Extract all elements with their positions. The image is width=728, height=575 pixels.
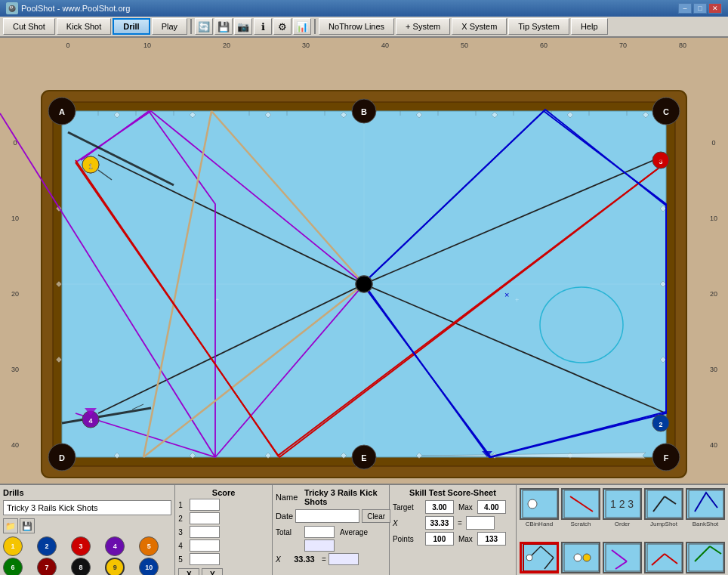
points-label: Points xyxy=(393,535,423,543)
nothrow-button[interactable]: NoThrow Lines xyxy=(319,18,394,35)
thumb-cbinhand[interactable]: CBinHand xyxy=(520,488,559,539)
titlebar-title: PoolShot - www.PoolShot.org xyxy=(21,4,130,13)
svg-rect-126 xyxy=(647,544,682,571)
score-input-4[interactable] xyxy=(190,539,220,552)
svg-rect-111 xyxy=(647,490,682,518)
table-svg: 0 10 20 30 40 50 60 70 80 0 10 20 30 40 … xyxy=(0,38,728,484)
svg-text:70: 70 xyxy=(619,42,627,49)
svg-text:2: 2 xyxy=(659,421,662,428)
ball-5[interactable]: 5 xyxy=(139,536,159,556)
ball-4[interactable]: 4 xyxy=(105,536,125,556)
thumb-kiss[interactable]: Kiss xyxy=(603,542,642,575)
save-drill-icon[interactable]: 💾 xyxy=(20,518,35,533)
close-button[interactable]: ✕ xyxy=(708,3,722,14)
refresh-icon[interactable]: 🔄 xyxy=(195,18,213,35)
total-input[interactable] xyxy=(304,526,335,538)
x-value: 33.33 xyxy=(289,555,319,564)
camera-icon[interactable]: 📷 xyxy=(234,18,252,35)
minimize-button[interactable]: – xyxy=(678,3,692,14)
score-num-5: 5 xyxy=(178,555,187,564)
thumb-cbinhand-label: CBinHand xyxy=(526,521,553,527)
svg-text:20: 20 xyxy=(710,290,717,298)
thumb-bankshot-box[interactable] xyxy=(686,488,725,520)
date-row: Date Clear xyxy=(276,509,386,523)
thumb-kickshot[interactable]: KickShot xyxy=(520,542,559,575)
thumb-order[interactable]: 1 2 3 Order xyxy=(603,488,642,539)
svg-text:0: 0 xyxy=(66,42,69,49)
help-button[interactable]: Help xyxy=(571,18,608,35)
points-max-value: 133 xyxy=(477,532,506,546)
thumb-combo-box[interactable] xyxy=(561,542,600,573)
max-label: Max xyxy=(458,503,473,512)
thumb-bankshot[interactable]: BankShot xyxy=(686,488,725,539)
svg-text:0: 0 xyxy=(711,139,715,147)
thumb-scratch[interactable]: Scratch xyxy=(561,488,600,539)
points-value: 100 xyxy=(425,532,454,546)
ball-7[interactable]: 7 xyxy=(37,558,57,575)
thumb-hitrail-box[interactable] xyxy=(686,542,725,573)
thumb-cbinhand-box[interactable] xyxy=(520,488,559,520)
skill-test-title: Skill Test Score-Sheet xyxy=(393,488,513,497)
ball-10[interactable]: 10 xyxy=(139,558,159,575)
thumb-kiss-box[interactable] xyxy=(603,542,642,573)
toolbar: Cut Shot Kick Shot Drill Play 🔄 💾 📷 ℹ ⚙ … xyxy=(0,17,728,38)
thumb-carom-box[interactable] xyxy=(644,542,683,573)
ball-3[interactable]: 3 xyxy=(71,536,91,556)
target-value: 3.00 xyxy=(425,500,454,514)
score-input-3[interactable] xyxy=(190,526,220,538)
play-button[interactable]: Play xyxy=(152,18,187,35)
date-input[interactable] xyxy=(295,509,359,523)
svg-text:A: A xyxy=(59,107,65,116)
name-panel: Name Tricky 3 Rails Kick Shots Date Clea… xyxy=(273,485,390,575)
score-num-1: 1 xyxy=(178,501,187,509)
thumb-combo[interactable]: Combo xyxy=(561,542,600,575)
score-row-3: 3 xyxy=(178,526,269,538)
drill-button[interactable]: Drill xyxy=(113,18,150,35)
svg-text:30: 30 xyxy=(302,42,310,49)
ball-8[interactable]: 8 xyxy=(71,558,91,575)
svg-text:1 2 3: 1 2 3 xyxy=(610,498,634,510)
max-value: 4.00 xyxy=(477,500,506,514)
score-input-1[interactable] xyxy=(190,499,220,511)
titlebar-controls[interactable]: – □ ✕ xyxy=(678,3,722,14)
svg-rect-3 xyxy=(683,51,728,475)
ball-1[interactable]: 1 xyxy=(3,536,23,556)
thumb-bankshot-label: BankShot xyxy=(693,521,719,527)
average-input[interactable] xyxy=(304,539,335,552)
svg-text:40: 40 xyxy=(710,441,717,449)
drills-icons: 📁 💾 xyxy=(3,518,171,533)
settings-icon[interactable]: ⚙ xyxy=(273,18,292,35)
thumb-kickshot-box[interactable] xyxy=(520,542,559,573)
score-input-2[interactable] xyxy=(190,512,220,524)
cut-shot-button[interactable]: Cut Shot xyxy=(3,18,55,35)
ball-6[interactable]: 6 xyxy=(3,558,23,575)
x-button[interactable]: X xyxy=(178,568,199,575)
thumb-hitrail[interactable]: HitRail xyxy=(686,542,725,575)
tip-system-button[interactable]: Tip System xyxy=(508,18,569,35)
svg-text:20: 20 xyxy=(223,42,230,49)
svg-text:10: 10 xyxy=(11,215,19,222)
thumb-carom[interactable]: Carom xyxy=(644,542,683,575)
average-label: Average xyxy=(340,528,368,536)
chart-icon[interactable]: 📊 xyxy=(293,18,311,35)
thumb-jumpshot-box[interactable] xyxy=(644,488,683,520)
info-icon[interactable]: ℹ xyxy=(254,18,272,35)
thumb-jumpshot[interactable]: JumpShot xyxy=(644,488,683,539)
y-button[interactable]: Y xyxy=(202,568,223,575)
ball-2[interactable]: 2 xyxy=(37,536,57,556)
svg-rect-123 xyxy=(606,544,640,571)
clear-button[interactable]: Clear xyxy=(362,509,390,523)
ball-9[interactable]: 9 xyxy=(105,558,125,575)
thumb-order-box[interactable]: 1 2 3 xyxy=(603,488,642,520)
eq-input[interactable] xyxy=(329,553,359,565)
plus-system-button[interactable]: + System xyxy=(396,18,450,35)
score-input-5[interactable] xyxy=(190,553,220,565)
kick-shot-button[interactable]: Kick Shot xyxy=(57,18,111,35)
x-system-button[interactable]: X System xyxy=(452,18,507,35)
maximize-button[interactable]: □ xyxy=(693,3,707,14)
skill-panel: Skill Test Score-Sheet Target 3.00 Max 4… xyxy=(390,485,517,575)
thumb-scratch-box[interactable] xyxy=(561,488,600,520)
folder-icon[interactable]: 📁 xyxy=(3,518,18,533)
save-icon[interactable]: 💾 xyxy=(214,18,233,35)
svg-text:50: 50 xyxy=(461,42,468,49)
